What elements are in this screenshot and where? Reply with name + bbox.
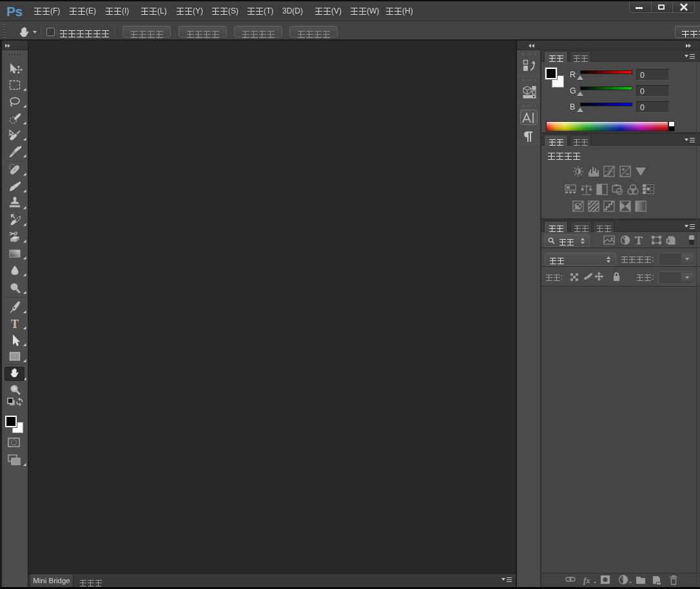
svg-text:T: T (11, 318, 19, 331)
svg-text:fx: fx (583, 575, 590, 585)
